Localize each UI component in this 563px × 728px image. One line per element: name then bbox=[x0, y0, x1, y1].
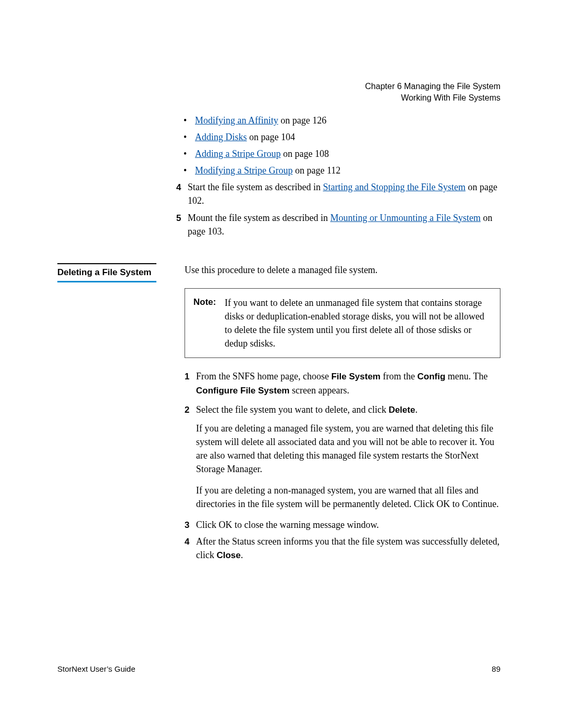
link-adding-stripe-group[interactable]: Adding a Stripe Group bbox=[195, 149, 280, 159]
heading-rule bbox=[57, 263, 156, 264]
step-number: 5 bbox=[176, 212, 188, 225]
step-text-prefix: Mount the file system as described in bbox=[188, 213, 330, 223]
step-text: Click OK to close the warning message wi… bbox=[196, 518, 500, 532]
step-text-bold: File System bbox=[331, 372, 381, 381]
step-text-bold: Configure File System bbox=[196, 386, 289, 396]
page-footer: StorNext User’s Guide 89 bbox=[57, 664, 500, 673]
step-text-bold: Close bbox=[216, 550, 240, 560]
footer-title: StorNext User’s Guide bbox=[57, 664, 136, 673]
list-item: Adding Disks on page 104 bbox=[195, 130, 500, 144]
bullet-list: Modifying an Affinity on page 126 Adding… bbox=[176, 114, 500, 177]
section-heading-col: Deleting a File System bbox=[57, 263, 185, 282]
page-header: Chapter 6 Managing the File System Worki… bbox=[365, 81, 500, 103]
step-2: 2 Select the file system you want to del… bbox=[185, 403, 500, 417]
step-2-note-1: If you are deleting a managed file syste… bbox=[196, 422, 500, 476]
step-text-part: menu. The bbox=[445, 371, 487, 381]
page-number: 89 bbox=[492, 664, 500, 673]
link-adding-disks[interactable]: Adding Disks bbox=[195, 132, 247, 142]
list-item-suffix: on page 112 bbox=[292, 165, 340, 176]
step-4b: 4 After the Status screen informs you th… bbox=[185, 535, 500, 562]
step-text-part: . bbox=[241, 550, 243, 560]
link-start-stop-fs[interactable]: Starting and Stopping the File System bbox=[323, 182, 466, 192]
list-item: Modifying a Stripe Group on page 112 bbox=[195, 164, 500, 177]
list-item-suffix: on page 108 bbox=[280, 149, 328, 159]
step-text-part: From the SNFS home page, choose bbox=[196, 371, 331, 381]
step-text-bold: Delete bbox=[388, 405, 415, 415]
link-affinity[interactable]: Modifying an Affinity bbox=[195, 115, 278, 126]
step-text-part: screen appears. bbox=[289, 385, 349, 396]
list-item: Adding a Stripe Group on page 108 bbox=[195, 147, 500, 161]
step-number: 3 bbox=[185, 519, 196, 532]
step-text: From the SNFS home page, choose File Sys… bbox=[196, 369, 500, 397]
note-box: Note: If you want to delete an unmanaged… bbox=[185, 288, 500, 358]
list-item: Modifying an Affinity on page 126 bbox=[195, 114, 500, 127]
step-number: 1 bbox=[185, 371, 196, 384]
note-text: If you want to delete an unmanaged file … bbox=[225, 296, 492, 350]
step-text-part: . bbox=[415, 404, 418, 415]
list-item-suffix: on page 126 bbox=[278, 115, 326, 126]
section-intro: Use this procedure to delete a managed f… bbox=[185, 263, 500, 277]
section-title: Deleting a File System bbox=[57, 267, 176, 278]
link-modifying-stripe-group[interactable]: Modifying a Stripe Group bbox=[195, 165, 292, 176]
list-item-suffix: on page 104 bbox=[247, 132, 295, 142]
step-5: 5 Mount the file system as described in … bbox=[176, 211, 500, 238]
step-text: After the Status screen informs you that… bbox=[196, 535, 500, 562]
header-section: Working With File Systems bbox=[365, 92, 500, 104]
note-label: Note: bbox=[193, 296, 225, 350]
step-text-bold: Config bbox=[417, 372, 445, 381]
step-number: 4 bbox=[176, 181, 188, 194]
step-number: 4 bbox=[185, 536, 196, 549]
section-deleting-fs: Deleting a File System Use this procedur… bbox=[57, 263, 500, 565]
step-1: 1 From the SNFS home page, choose File S… bbox=[185, 369, 500, 397]
content-area: Modifying an Affinity on page 126 Adding… bbox=[57, 114, 500, 565]
step-text-part: from the bbox=[381, 371, 417, 381]
heading-accent bbox=[57, 281, 156, 282]
step-text: Select the file system you want to delet… bbox=[196, 403, 500, 417]
step-4: 4 Start the file system as described in … bbox=[176, 180, 500, 207]
step-text: Mount the file system as described in Mo… bbox=[188, 211, 500, 238]
step-text: Start the file system as described in St… bbox=[188, 180, 500, 207]
upper-content: Modifying an Affinity on page 126 Adding… bbox=[176, 114, 500, 238]
step-number: 2 bbox=[185, 404, 196, 417]
header-chapter: Chapter 6 Managing the File System bbox=[365, 81, 500, 92]
step-text-part: Select the file system you want to delet… bbox=[196, 404, 388, 415]
section-body: Use this procedure to delete a managed f… bbox=[185, 263, 500, 565]
link-mount-unmount-fs[interactable]: Mounting or Unmounting a File System bbox=[330, 213, 481, 223]
step-3: 3 Click OK to close the warning message … bbox=[185, 518, 500, 532]
step-text-prefix: Start the file system as described in bbox=[188, 182, 323, 192]
step-2-note-2: If you are deleting a non-managed system… bbox=[196, 484, 500, 511]
